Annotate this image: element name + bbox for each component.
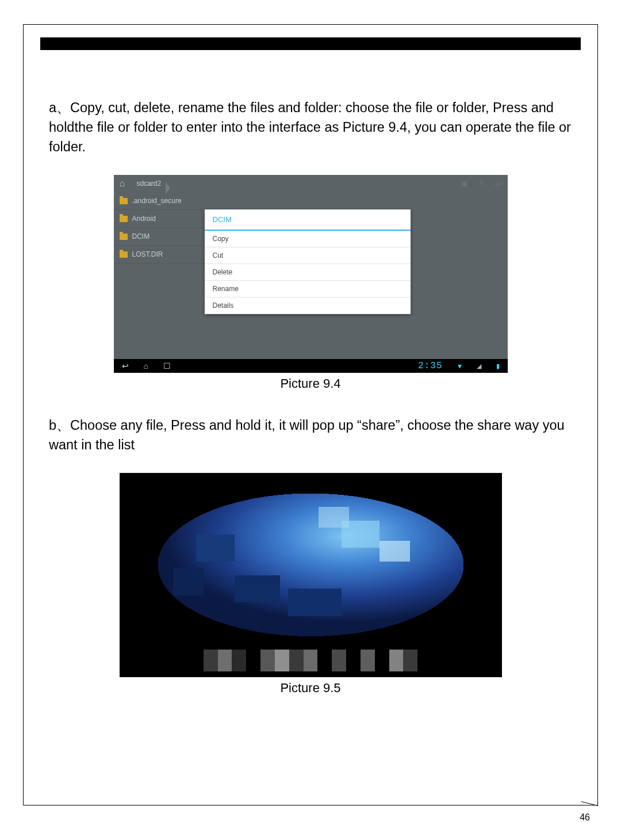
edit-icon[interactable]: ✎: [473, 180, 490, 188]
home-icon[interactable]: ⌂: [114, 178, 131, 189]
list-item[interactable]: DCIM: [114, 228, 212, 246]
menu-item-rename[interactable]: Rename: [205, 281, 411, 297]
svg-rect-4: [288, 589, 341, 616]
folder-icon: [120, 198, 128, 204]
file-list: .android_secure Android DCIM LOST.DIR: [114, 192, 212, 264]
page-top-band: [40, 37, 581, 50]
screenshot-9-5: [120, 473, 502, 677]
folder-icon: [120, 234, 128, 240]
svg-rect-5: [173, 568, 204, 595]
recent-icon[interactable]: ☐: [163, 361, 171, 371]
breadcrumb-sdcard2[interactable]: sdcard2: [131, 180, 167, 188]
svg-rect-8: [318, 507, 348, 528]
caption-9-4: Picture 9.4: [49, 376, 572, 391]
new-folder-icon[interactable]: ▣: [456, 180, 473, 188]
back-icon[interactable]: ↩: [122, 361, 129, 371]
svg-rect-3: [234, 575, 280, 602]
screenshot-9-4: ⌂ sdcard2 ▣ ✎ a>z .android_secure Androi…: [114, 175, 508, 373]
wifi-icon: ▾: [458, 361, 462, 371]
page-number: 46: [580, 812, 590, 823]
menu-item-details[interactable]: Details: [205, 297, 411, 314]
status-time: 2:35: [418, 361, 442, 371]
context-menu: DCIM Copy Cut Delete Rename Details: [205, 209, 411, 314]
list-item[interactable]: .android_secure: [114, 192, 212, 210]
battery-icon: ▮: [496, 362, 500, 370]
menu-item-delete[interactable]: Delete: [205, 264, 411, 281]
context-menu-title: DCIM: [205, 209, 411, 231]
file-manager-topbar: ⌂ sdcard2 ▣ ✎ a>z: [114, 175, 508, 192]
signal-icon: ◢: [477, 362, 481, 370]
paragraph-b: b、Choose any file, Press and hold it, it…: [49, 415, 572, 455]
sort-icon[interactable]: a>z: [490, 181, 508, 187]
folder-icon: [120, 251, 128, 258]
android-navbar: ↩ ⌂ ☐ 2:35 ▾ ◢ ▮: [114, 359, 508, 373]
list-item[interactable]: LOST.DIR: [114, 246, 212, 264]
paragraph-a: a、Copy, cut, delete, rename the files an…: [49, 98, 572, 156]
pixelated-caption-strip: [204, 650, 417, 671]
list-item[interactable]: Android: [114, 210, 212, 228]
svg-rect-2: [196, 534, 235, 562]
folder-icon: [120, 216, 128, 222]
svg-rect-7: [379, 541, 410, 562]
caption-9-5: Picture 9.5: [49, 681, 572, 696]
menu-item-cut[interactable]: Cut: [205, 247, 411, 264]
menu-item-copy[interactable]: Copy: [205, 231, 411, 247]
home-nav-icon[interactable]: ⌂: [144, 361, 148, 371]
